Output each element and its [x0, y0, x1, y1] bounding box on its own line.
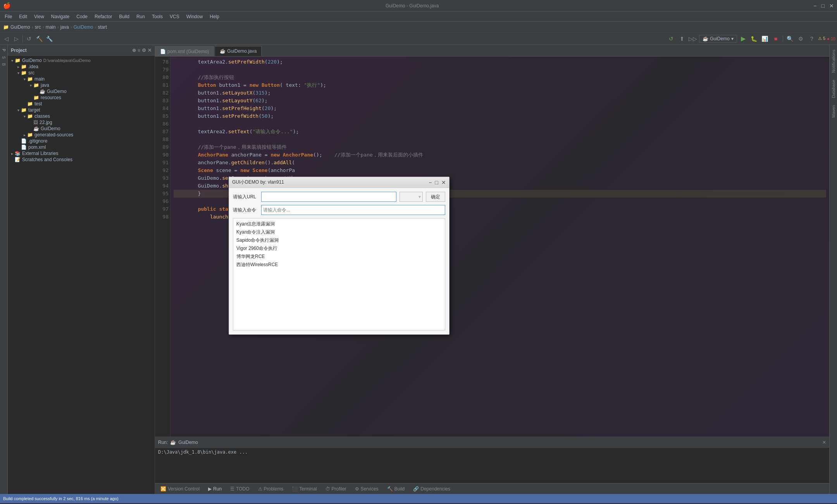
cmd-input[interactable]: [261, 205, 445, 215]
structure-icon[interactable]: S: [1, 54, 7, 61]
settings-btn[interactable]: ⚙: [796, 34, 806, 43]
search-everywhere-btn[interactable]: 🔍: [785, 34, 795, 43]
project-tree: ▾📁GuiDemoD:\variablejava\GuiDemo▸📁.idea▾…: [8, 56, 155, 494]
tree-item-guidemo[interactable]: ▾📁GuiDemoD:\variablejava\GuiDemo: [8, 57, 155, 64]
build2-btn[interactable]: 🔧: [45, 34, 54, 43]
bottom-tab-build[interactable]: 🔨Build: [383, 485, 409, 492]
menu-item-window[interactable]: Window: [183, 13, 206, 20]
tree-item-test[interactable]: 📁test: [8, 101, 155, 107]
dialog-list-item-3[interactable]: Vigor 2960命令执行: [235, 244, 443, 253]
tree-item-scratches-and-consoles[interactable]: 📝Scratches and Consoles: [8, 157, 155, 163]
maximize-button[interactable]: □: [822, 3, 825, 9]
close-button[interactable]: ✕: [829, 3, 834, 9]
breadcrumb-project-label[interactable]: GuiDemo: [10, 24, 30, 30]
run-project-name: GuiDemo: [178, 440, 198, 445]
editor-tab-0[interactable]: 📄pom.xml (GuiDemo): [155, 46, 214, 56]
database-tab[interactable]: Database: [830, 77, 837, 101]
dialog-maximize-btn[interactable]: □: [435, 179, 438, 186]
menu-item-view[interactable]: View: [31, 13, 47, 20]
update-btn[interactable]: ⬆: [677, 34, 687, 43]
project-settings-btn[interactable]: ✕: [148, 48, 152, 53]
bottom-tab-todo[interactable]: ☰TODO: [226, 485, 253, 492]
editor-tab-1[interactable]: ☕GuiDemo.java: [215, 46, 262, 56]
run-button[interactable]: ▶: [739, 34, 748, 43]
project-collapse-btn[interactable]: ≡: [138, 48, 140, 53]
breadcrumb-project[interactable]: 📁: [3, 24, 9, 30]
confirm-button[interactable]: 确定: [426, 192, 445, 202]
run-all-btn[interactable]: ▷▷: [688, 34, 698, 43]
menu-item-run[interactable]: Run: [133, 13, 148, 20]
tree-item-22.jpg[interactable]: 🖼22.jpg: [8, 119, 155, 126]
bottom-tab-profiler[interactable]: ⏱Profiler: [322, 485, 350, 492]
bottom-tab-problems[interactable]: ⚠Problems: [254, 485, 288, 492]
dialog-list-item-2[interactable]: Sapido命令执行漏洞: [235, 236, 443, 244]
project-gear-btn[interactable]: ⚙: [142, 48, 146, 53]
tree-item-guidemo[interactable]: ☕GuiDemo: [8, 88, 155, 95]
build-btn[interactable]: 🔨: [34, 34, 44, 43]
back-btn[interactable]: ◁: [2, 34, 11, 43]
run-close-icon[interactable]: ✕: [822, 440, 826, 445]
dialog-list-item-1[interactable]: Kyan命令注入漏洞: [235, 228, 443, 236]
breadcrumb-start[interactable]: start: [98, 24, 107, 30]
dialog-list-item-5[interactable]: 西迪特WirelessRCE: [235, 261, 443, 269]
bottom-tab-services[interactable]: ⚙Services: [351, 485, 382, 492]
menu-item-refactor[interactable]: Refactor: [91, 13, 115, 20]
tree-item-guidemo[interactable]: ☕GuiDemo: [8, 126, 155, 132]
tree-item-target[interactable]: ▾📁target: [8, 107, 155, 113]
project-icon[interactable]: P: [1, 46, 7, 54]
menu-item-tools[interactable]: Tools: [149, 13, 166, 20]
help-btn[interactable]: ?: [807, 34, 816, 43]
tree-item-.gitignore[interactable]: 📄.gitignore: [8, 138, 155, 144]
minimize-button[interactable]: −: [813, 3, 816, 9]
tab-icon-1: ☕: [220, 48, 226, 54]
tree-item-label: src: [28, 70, 34, 76]
debug-button[interactable]: 🐛: [749, 34, 759, 43]
tree-item-main[interactable]: ▾📁main: [8, 76, 155, 82]
menu-item-file[interactable]: File: [2, 13, 15, 20]
bottom-tab-icon-5: ⏱: [326, 486, 330, 492]
tree-item-resources[interactable]: 📁resources: [8, 95, 155, 101]
menu-item-vcs[interactable]: VCS: [167, 13, 183, 20]
bottom-tab-run[interactable]: ▶Run: [204, 485, 226, 492]
bottom-tab-icon-2: ☰: [230, 486, 234, 492]
menu-item-code[interactable]: Code: [73, 13, 91, 20]
line-number: 95: [157, 190, 169, 198]
breadcrumb-java[interactable]: java: [60, 24, 69, 30]
tree-item-.idea[interactable]: ▸📁.idea: [8, 64, 155, 70]
menu-item-navigate[interactable]: Navigate: [48, 13, 72, 20]
tree-item-label: GuiDemo: [47, 89, 67, 94]
menu-item-help[interactable]: Help: [207, 13, 222, 20]
rerun-btn[interactable]: ↺: [666, 34, 676, 43]
breadcrumb-guidemo[interactable]: GuiDemo: [74, 24, 93, 30]
bottom-tab-terminal[interactable]: ⬛Terminal: [288, 485, 320, 492]
tree-item-generated-sources[interactable]: ▸📁generated-sources: [8, 132, 155, 138]
forward-btn[interactable]: ▷: [12, 34, 21, 43]
bottom-tab-label-3: Problems: [264, 486, 284, 492]
breadcrumb-main[interactable]: main: [46, 24, 56, 30]
bottom-tab-version-control[interactable]: 🔀Version Control: [157, 485, 203, 492]
stop-button[interactable]: ■: [771, 34, 780, 43]
bookmarks-icon[interactable]: B: [1, 61, 7, 68]
menu-item-build[interactable]: Build: [116, 13, 133, 20]
dialog-minimize-btn[interactable]: −: [429, 179, 432, 186]
tree-item-src[interactable]: ▾📁src: [8, 70, 155, 76]
refresh-btn[interactable]: ↺: [24, 34, 34, 43]
dropdown-arrow-icon: ▾: [418, 194, 421, 200]
url-input[interactable]: [261, 192, 396, 202]
project-scope-btn[interactable]: ⊕: [132, 48, 136, 53]
run-with-coverage-btn[interactable]: 📊: [760, 34, 770, 43]
dialog-close-btn[interactable]: ✕: [441, 179, 446, 186]
menu-item-edit[interactable]: Edit: [16, 13, 30, 20]
maven-tab[interactable]: Maven: [830, 102, 837, 121]
dialog-list-item-4[interactable]: 博华网龙RCE: [235, 253, 443, 261]
notifications-tab[interactable]: Notifications: [830, 46, 837, 76]
tree-item-external-libraries[interactable]: ▸📚External Libraries: [8, 150, 155, 157]
dialog-list-item-0[interactable]: Kyan信息泄露漏洞: [235, 220, 443, 228]
dropdown-btn[interactable]: ▾: [400, 192, 423, 202]
tree-item-pom.xml[interactable]: 📄pom.xml: [8, 144, 155, 150]
tree-item-java[interactable]: ▾📁java: [8, 82, 155, 88]
run-config-selector[interactable]: ☕ GuiDemo ▾: [699, 35, 737, 43]
breadcrumb-src[interactable]: src: [35, 24, 41, 30]
bottom-tab-dependencies[interactable]: 🔗Dependencies: [409, 485, 454, 492]
tree-item-classes[interactable]: ▾📁classes: [8, 113, 155, 119]
